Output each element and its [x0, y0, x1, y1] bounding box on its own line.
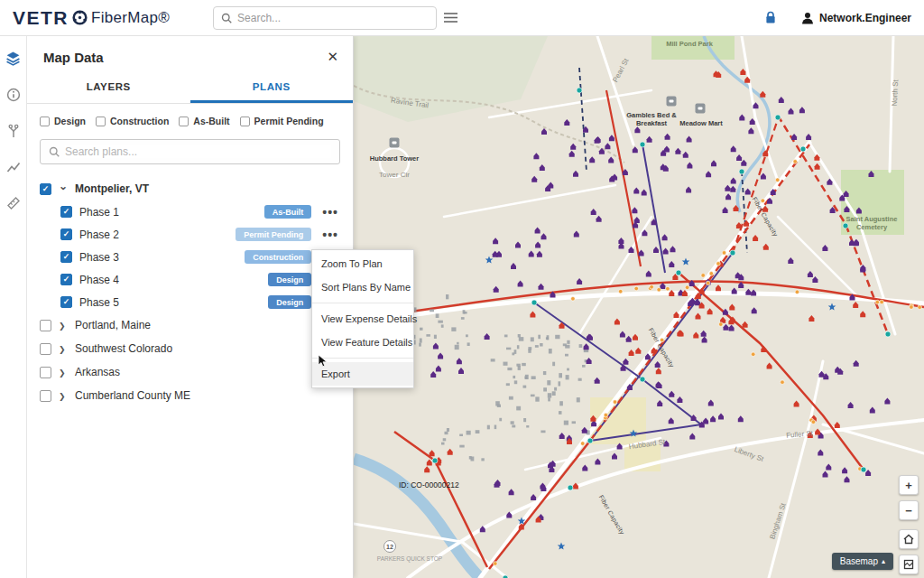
group-label: Montpelier, VT — [75, 182, 149, 195]
checkbox-montpelier[interactable] — [40, 183, 51, 195]
vetro-logo-icon — [72, 10, 88, 25]
checkbox-portland[interactable] — [40, 320, 51, 331]
filter-label: Design — [54, 116, 86, 126]
chevron-right-icon[interactable] — [59, 321, 68, 331]
checkbox-construction[interactable] — [96, 117, 106, 126]
chevron-right-icon[interactable] — [59, 344, 68, 354]
plan-search-input[interactable] — [65, 145, 331, 158]
plan-label: Phase 3 — [79, 251, 237, 264]
status-badge: As-Built — [264, 205, 312, 219]
status-badge: Design — [268, 273, 311, 286]
group-label: Arkansas — [75, 366, 120, 378]
search-icon — [49, 146, 60, 157]
zoom-out-button[interactable]: − — [899, 500, 919, 520]
plan-search[interactable] — [40, 139, 340, 164]
plan-group-cumberland[interactable]: Cumberland County ME — [27, 384, 353, 407]
logo-brand-text: VETR — [13, 7, 69, 29]
panel-title: Map Data — [43, 50, 104, 65]
home-button[interactable] — [899, 529, 919, 549]
filter-label: Construction — [110, 116, 169, 126]
lodging-icon — [667, 97, 677, 107]
plan-row-phase-3[interactable]: Phase 3 Construction ••• — [27, 246, 353, 268]
home-icon — [903, 534, 914, 545]
menu-item-export[interactable]: Export — [312, 362, 413, 386]
plan-label: Phase 4 — [79, 274, 261, 286]
zoom-in-button[interactable]: + — [899, 475, 919, 495]
store-icon — [696, 104, 706, 114]
plan-menu-icon[interactable]: ••• — [319, 208, 342, 217]
top-bar: VETR FiberMap® Network.Engineer — [0, 0, 924, 36]
menu-icon[interactable] — [444, 12, 457, 23]
tower-icon — [390, 138, 400, 148]
checkbox-phase-3[interactable] — [60, 251, 72, 263]
plan-row-phase-1[interactable]: Phase 1 As-Built ••• — [27, 200, 353, 223]
user-name: Network.Engineer — [819, 12, 911, 24]
plan-label: Phase 2 — [79, 228, 228, 241]
checkbox-design[interactable] — [40, 117, 50, 126]
close-icon[interactable]: ✕ — [327, 49, 338, 65]
menu-item-zoom-to-plan[interactable]: Zoom To Plan — [312, 252, 413, 275]
menu-divider — [312, 358, 413, 359]
status-badge: Construction — [245, 250, 311, 264]
analytics-icon[interactable] — [6, 160, 21, 174]
user-menu[interactable]: Network.Engineer — [800, 11, 911, 25]
map-markers — [405, 69, 922, 578]
global-search[interactable] — [213, 6, 437, 30]
menu-divider — [312, 303, 413, 303]
map-canvas[interactable]: Mill Pond Park Pearl St North St Gambles… — [354, 36, 924, 578]
chevron-down-icon[interactable] — [59, 182, 68, 195]
plan-menu-icon[interactable]: ••• — [319, 230, 342, 239]
checkbox-cumberland[interactable] — [40, 390, 51, 402]
basemap-button[interactable]: Basemap — [832, 553, 893, 570]
global-search-input[interactable] — [237, 12, 429, 24]
panel-tabs: LAYERS PLANS — [27, 74, 353, 104]
checkbox-phase-2[interactable] — [60, 228, 72, 240]
plans-tree: Montpelier, VT Phase 1 As-Built ••• Phas… — [27, 172, 353, 413]
checkbox-southwest-colorado[interactable] — [40, 343, 51, 355]
tab-layers[interactable]: LAYERS — [27, 74, 190, 103]
info-icon[interactable] — [6, 88, 21, 102]
basemap-gallery-button[interactable] — [899, 555, 919, 574]
tab-plans[interactable]: PLANS — [190, 74, 354, 103]
plan-group-portland[interactable]: Portland, Maine — [27, 313, 353, 337]
chevron-right-icon[interactable] — [59, 391, 68, 401]
chevron-right-icon[interactable] — [59, 368, 68, 378]
filter-label: As-Built — [193, 116, 229, 126]
route-shield: 12 — [383, 540, 396, 553]
basemap-icon — [903, 559, 914, 570]
plan-row-phase-4[interactable]: Phase 4 Design ••• — [27, 268, 353, 291]
checkbox-phase-5[interactable] — [60, 296, 72, 308]
checkbox-phase-4[interactable] — [60, 274, 72, 285]
user-icon — [800, 11, 815, 25]
plan-context-menu: Zoom To Plan Sort Plans By Name View Exp… — [311, 249, 414, 388]
plan-group-arkansas[interactable]: Arkansas — [27, 360, 353, 384]
checkbox-phase-1[interactable] — [60, 206, 72, 218]
menu-item-view-expense-details[interactable]: View Expense Details — [312, 307, 413, 331]
checkbox-as-built[interactable] — [179, 117, 189, 126]
menu-item-sort-plans[interactable]: Sort Plans By Name — [312, 275, 413, 299]
plan-row-phase-5[interactable]: Phase 5 Design ••• — [27, 291, 353, 313]
filter-design[interactable]: Design — [40, 116, 86, 126]
app-logo: VETR FiberMap® — [13, 7, 170, 29]
filter-construction[interactable]: Construction — [96, 116, 169, 126]
layers-icon[interactable] — [5, 51, 21, 66]
plan-group-montpelier[interactable]: Montpelier, VT — [27, 177, 353, 200]
lock-icon[interactable] — [764, 11, 777, 24]
status-badge: Permit Pending — [236, 228, 311, 241]
filter-as-built[interactable]: As-Built — [179, 116, 229, 126]
search-icon — [221, 13, 232, 23]
measure-icon[interactable] — [6, 196, 21, 210]
plan-row-phase-2[interactable]: Phase 2 Permit Pending ••• — [27, 223, 353, 246]
menu-item-view-feature-details[interactable]: View Feature Details — [312, 331, 413, 354]
status-badge: Design — [268, 295, 311, 309]
checkbox-arkansas[interactable] — [40, 367, 51, 378]
status-filters: Design Construction As-Built Permit Pend… — [27, 104, 353, 130]
logo-product-text: FiberMap® — [91, 9, 170, 27]
splice-icon[interactable] — [6, 124, 21, 138]
plan-group-southwest-colorado[interactable]: Southwest Colorado — [27, 337, 353, 360]
filter-permit-pending[interactable]: Permit Pending — [240, 116, 324, 126]
plan-label: Phase 5 — [79, 296, 261, 309]
checkbox-permit-pending[interactable] — [240, 117, 250, 126]
group-label: Portland, Maine — [75, 319, 151, 331]
filter-label: Permit Pending — [254, 116, 324, 126]
